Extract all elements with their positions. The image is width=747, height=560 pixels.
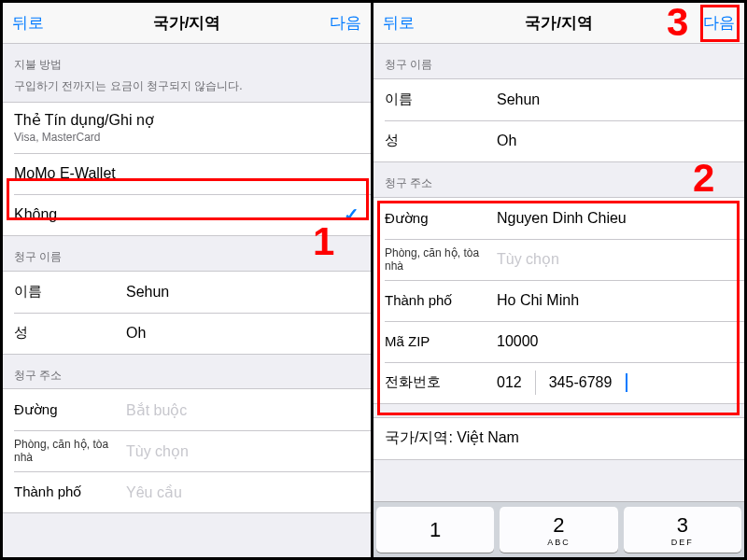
zip-row[interactable]: Mã ZIP 10000 [374,321,744,362]
back-button[interactable]: 뒤로 [383,12,430,34]
payment-item-label: MoMo E-Wallet [14,165,116,182]
checkmark-icon: ✓ [344,203,359,226]
payment-item-label: Không [14,206,57,223]
country-region-row[interactable]: 국가/지역: Việt Nam [374,418,744,459]
navbar: 뒤로 국가/지역 다음 [3,3,371,44]
last-name-label: 성 [14,324,126,342]
key-letters: DEF [671,538,694,547]
last-name-value: Oh [126,325,359,342]
next-button[interactable]: 다음 [315,12,361,34]
first-name-value: Sehun [497,91,733,108]
payment-none[interactable]: Không ✓ [3,194,371,235]
key-2[interactable]: 2 ABC [500,507,617,553]
billing-address-header: 청구 주소 [374,162,744,197]
nav-title: 국가/지역 [430,12,688,34]
text-cursor [626,373,627,392]
city-label: Thành phố [14,483,126,500]
payment-momo[interactable]: MoMo E-Wallet [3,153,371,194]
city-value: Ho Chi Minh [497,292,733,309]
left-screen: 뒤로 국가/지역 다음 지불 방법 구입하기 전까지는 요금이 청구되지 않습니… [3,3,374,557]
street-placeholder: Bắt buộc [126,401,359,419]
street-row[interactable]: Đường Bắt buộc [3,389,371,430]
zip-label: Mã ZIP [385,333,497,349]
first-name-label: 이름 [385,91,497,108]
last-name-label: 성 [385,132,497,149]
key-letters: ABC [547,538,571,547]
first-name-label: 이름 [14,283,126,301]
navbar: 뒤로 국가/지역 다음 [374,3,744,44]
nav-title: 국가/지역 [59,12,315,34]
phone-label: 전화번호 [385,373,497,391]
billing-name-header: 청구 이름 [374,44,744,78]
numeric-keypad: 1 2 ABC 3 DEF [374,501,744,557]
country-region-value: 국가/지역: Việt Nam [385,428,519,448]
phone-area-code: 012 [497,374,522,391]
back-button[interactable]: 뒤로 [12,12,59,34]
billing-address-header: 청구 주소 [3,355,371,389]
billing-address-group: Đường Nguyen Dinh Chieu Phòng, căn hộ, t… [374,197,744,404]
phone-separator [535,371,536,395]
city-row[interactable]: Thành phố Ho Chi Minh [374,280,744,321]
last-name-row[interactable]: 성 Oh [3,313,371,354]
next-button[interactable]: 다음 [688,12,735,34]
key-3[interactable]: 3 DEF [624,507,741,553]
right-screen: 뒤로 국가/지역 다음 청구 이름 이름 Sehun 성 Oh 청구 주소 Đư… [374,3,744,557]
phone-number: 345-6789 [549,374,613,391]
city-row[interactable]: Thành phố Yêu cầu [3,471,371,512]
payment-item-label: Thẻ Tín dụng/Ghi nợ [14,111,154,129]
first-name-row[interactable]: 이름 Sehun [3,272,371,313]
key-1[interactable]: 1 [376,507,494,553]
billing-name-header: 청구 이름 [3,236,371,271]
street-value: Nguyen Dinh Chieu [497,210,733,227]
key-digit: 3 [677,513,688,538]
billing-address-group: Đường Bắt buộc Phòng, căn hộ, tòa nhà Tù… [3,388,371,513]
apt-row[interactable]: Phòng, căn hộ, tòa nhà Tùy chọn [3,430,371,471]
apt-placeholder: Tùy chọn [497,250,733,268]
billing-name-group: 이름 Sehun 성 Oh [3,271,371,355]
payment-method-group: Thẻ Tín dụng/Ghi nợ Visa, MasterCard MoM… [3,102,371,236]
first-name-value: Sehun [126,284,359,301]
apt-label: Phòng, căn hộ, tòa nhà [14,438,126,464]
key-digit: 1 [430,518,441,542]
phone-row[interactable]: 전화번호 012 345-6789 [374,362,744,403]
billing-name-group: 이름 Sehun 성 Oh [374,78,744,162]
payment-item-sub: Visa, MasterCard [14,131,100,144]
zip-value: 10000 [497,333,733,350]
payment-header: 지불 방법 [3,44,371,78]
first-name-row[interactable]: 이름 Sehun [374,79,744,120]
street-row[interactable]: Đường Nguyen Dinh Chieu [374,198,744,239]
apt-label: Phòng, căn hộ, tòa nhà [385,246,497,273]
apt-placeholder: Tùy chọn [126,442,359,460]
street-label: Đường [385,210,497,227]
apt-row[interactable]: Phòng, căn hộ, tòa nhà Tùy chọn [374,239,744,280]
street-label: Đường [14,401,126,418]
payment-credit-card[interactable]: Thẻ Tín dụng/Ghi nợ Visa, MasterCard [3,103,371,153]
city-label: Thành phố [385,292,497,309]
city-placeholder: Yêu cầu [126,483,359,501]
key-digit: 2 [553,513,564,538]
last-name-row[interactable]: 성 Oh [374,120,744,161]
country-group: 국가/지역: Việt Nam [374,417,744,460]
payment-subtext: 구입하기 전까지는 요금이 청구되지 않습니다. [3,78,371,102]
last-name-value: Oh [497,133,733,149]
